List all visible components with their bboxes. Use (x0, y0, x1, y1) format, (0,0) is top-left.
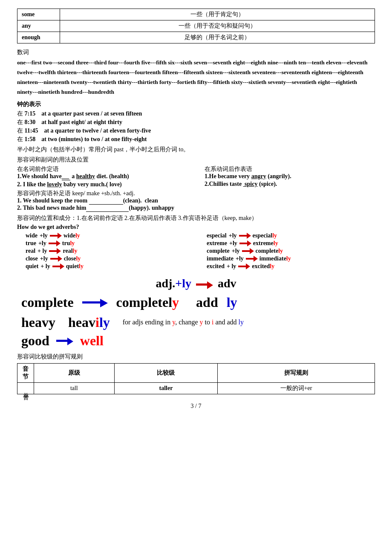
svg-rect-0 (50, 235, 58, 237)
svg-marker-9 (57, 248, 61, 254)
adverb-pair-right: excited+ lyexcitedly (207, 263, 375, 270)
svg-marker-7 (247, 240, 251, 246)
keep-make-section: 形容词作宾语补足语 keep/ make +sb./sth. +adj. 1. … (17, 190, 375, 212)
svg-marker-17 (60, 263, 64, 269)
svg-marker-13 (58, 256, 62, 262)
svg-rect-8 (49, 250, 57, 252)
adverb-grid: wide+lywidelyespecial+lyespeciallytrue+l… (26, 232, 375, 270)
adj-adv-title: 形容词和副词的用法及位置 (17, 156, 375, 164)
svg-rect-10 (242, 250, 250, 252)
compare-title: 形容词比较级的拼写规则 (17, 353, 375, 361)
example-2b: 2.Chillies taste spicy (spice). (205, 181, 375, 188)
svg-marker-15 (254, 256, 258, 262)
adj-formula: adj.+ly adv (17, 277, 375, 290)
numbers-section: one---first two---second three---third f… (17, 58, 375, 97)
complete-section: complete completely add ly (21, 295, 375, 310)
svg-rect-2 (239, 235, 247, 237)
formula-arrow (196, 280, 213, 289)
how-adverbs-label: How do we get adverbs? (17, 224, 375, 231)
example-1b: 1.He became very angry (angrily). (205, 173, 375, 180)
clock-row: 在 1:58 at two (minutes) to two / at one … (17, 136, 375, 143)
svg-rect-12 (50, 258, 58, 260)
col-after-linking: 在系动词后作表语 1.He became very angry (angrily… (205, 165, 375, 189)
good-section: good well (21, 333, 375, 349)
adverb-pair-right: extreme+lyextremely (207, 240, 375, 247)
adverb-pair-left: quiet+ lyquietly (26, 263, 194, 270)
clock-row: 在 7:15 at a quarter past seven / at seve… (17, 110, 375, 118)
adverb-pair-right: immediate+lyimmediately (207, 255, 375, 262)
col-before-noun: 在名词前作定语 1.We should have a healthy diet.… (17, 165, 187, 189)
clock-section: 在 7:15 at a quarter past seven / at seve… (17, 110, 375, 143)
svg-marker-5 (56, 240, 61, 246)
svg-marker-19 (246, 263, 250, 269)
after-linking-label: 在系动词后作表语 (205, 165, 375, 173)
svg-rect-4 (49, 243, 56, 244)
adverb-pair-right: especial+lyespecially (207, 232, 375, 239)
adverb-pair-right: complete+lycompletely (207, 248, 375, 254)
example-1a: 1.We should have a healthy diet. (health… (17, 173, 187, 180)
adverb-pair-left: wide+lywidely (26, 232, 194, 239)
vocab-table: some一些（用于肯定句）any一些（用于否定句和疑问句）enough足够的（用… (17, 9, 375, 43)
svg-rect-14 (246, 258, 254, 260)
example-2a: 2. I like the lovely baby very much.( lo… (17, 181, 187, 188)
heavy-section: heavy heavily for adjs ending in y, chan… (21, 315, 375, 330)
adverb-pair-left: close+lyclosely (26, 255, 194, 262)
half-note: 半小时之内（包括半小时）常用介词 past，半小时之后用介词 to。 (17, 146, 375, 153)
svg-marker-11 (250, 248, 254, 254)
svg-rect-16 (52, 266, 60, 267)
clock-row: 在 8:30 at half past eight/ at eight thir… (17, 119, 375, 126)
numbers-label: 数词 (17, 49, 375, 56)
keep-make-ex1: 1. We should keep the room (clean). clea… (17, 197, 375, 205)
heavy-note: for adjs ending in y, change y to i and … (123, 318, 244, 326)
compare-table: 音节 原级 比较级 拼写规则 单 音talltaller一般的词+er (17, 363, 375, 394)
adj-adv-two-col: 在名词前作定语 1.We should have a healthy diet.… (17, 165, 375, 189)
svg-rect-6 (239, 243, 247, 244)
adverb-pair-left: true+lytruly (26, 240, 194, 247)
complete-arrow (82, 298, 108, 307)
svg-marker-1 (58, 233, 62, 239)
clock-label: 钟的表示 (17, 101, 375, 108)
keep-make-ex2: 2. This bad news made him (happy). unhap… (17, 205, 375, 212)
clock-row: 在 11:45 at a quarter to twelve / at elev… (17, 127, 375, 135)
svg-rect-18 (238, 266, 246, 267)
position-summary: 形容词的位置和成分：1.在名词前作定语 2.在系动词后作表语 3.作宾语补足语（… (17, 214, 375, 222)
page-number: 3 / 7 (17, 403, 375, 410)
before-noun-label: 在名词前作定语 (17, 165, 187, 173)
good-arrow (56, 337, 73, 344)
svg-marker-3 (247, 233, 251, 239)
adverb-pair-left: real+ lyreally (26, 248, 194, 254)
